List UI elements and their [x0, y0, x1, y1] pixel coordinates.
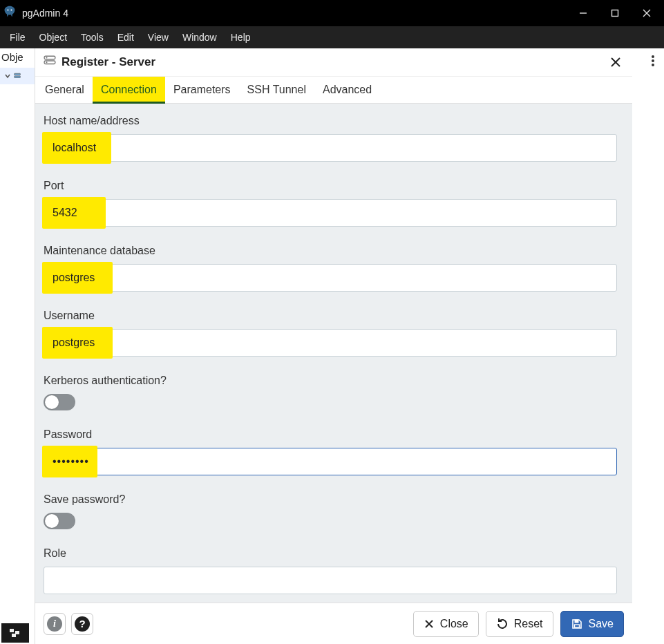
object-explorer-header: Obje — [0, 48, 35, 68]
dialog-footer: i ? Close Reset Save — [35, 603, 632, 644]
menubar: File Object Tools Edit View Window Help — [0, 26, 664, 48]
bottom-left-panel-toggle[interactable] — [1, 623, 29, 643]
svg-rect-19 — [575, 620, 578, 623]
dialog-close-button[interactable] — [607, 54, 624, 70]
overflow-menu-button[interactable] — [645, 53, 661, 69]
menu-edit[interactable]: Edit — [112, 29, 140, 46]
host-label: Host name/address — [44, 115, 617, 127]
server-icon — [44, 55, 56, 70]
window-title: pgAdmin 4 — [22, 8, 68, 19]
info-icon: i — [47, 616, 62, 632]
server-group-icon — [14, 70, 21, 82]
tab-ssh-tunnel[interactable]: SSH Tunnel — [239, 77, 314, 103]
help-icon: ? — [75, 616, 90, 632]
reset-button[interactable]: Reset — [486, 611, 553, 637]
svg-point-9 — [652, 59, 654, 62]
svg-rect-21 — [10, 629, 14, 632]
close-button-label: Close — [440, 618, 468, 630]
role-label: Role — [44, 547, 617, 560]
menu-tools[interactable]: Tools — [75, 29, 109, 46]
svg-rect-6 — [15, 73, 21, 75]
window-minimize-button[interactable] — [567, 0, 599, 26]
password-label: Password — [44, 428, 617, 441]
info-button[interactable]: i — [44, 613, 66, 635]
reset-button-label: Reset — [514, 618, 543, 630]
menu-help[interactable]: Help — [225, 29, 256, 46]
host-input-wrap — [44, 134, 617, 162]
svg-rect-3 — [612, 10, 618, 17]
app-icon — [3, 5, 17, 21]
window-titlebar: pgAdmin 4 — [0, 0, 664, 26]
object-tree-row-servers[interactable] — [0, 68, 35, 84]
username-input[interactable] — [44, 329, 617, 357]
password-input[interactable] — [44, 448, 617, 475]
maintenance-db-input[interactable] — [44, 264, 617, 292]
svg-rect-7 — [15, 76, 21, 78]
svg-point-0 — [7, 9, 8, 10]
svg-point-8 — [652, 55, 654, 58]
role-input[interactable] — [44, 567, 617, 594]
menu-object[interactable]: Object — [34, 29, 73, 46]
tab-general[interactable]: General — [37, 77, 93, 103]
save-button[interactable]: Save — [560, 611, 624, 637]
host-input[interactable] — [44, 134, 617, 162]
menu-window[interactable]: Window — [177, 29, 222, 46]
tab-parameters[interactable]: Parameters — [165, 77, 239, 103]
save-password-toggle[interactable] — [44, 513, 75, 529]
close-button[interactable]: Close — [413, 611, 479, 637]
dialog-tabs: General Connection Parameters SSH Tunnel… — [35, 77, 632, 104]
username-label: Username — [44, 310, 617, 322]
kerberos-toggle[interactable] — [44, 394, 75, 410]
svg-rect-23 — [12, 634, 16, 637]
port-label: Port — [44, 180, 617, 192]
save-password-label: Save password? — [44, 493, 617, 506]
tab-connection[interactable]: Connection — [93, 77, 165, 103]
maintenance-db-label: Maintenance database — [44, 245, 617, 257]
svg-point-14 — [46, 61, 47, 63]
svg-rect-20 — [574, 625, 579, 627]
window-close-button[interactable] — [631, 0, 663, 26]
svg-point-13 — [46, 57, 47, 58]
register-server-dialog: Register - Server General Connection Par… — [35, 48, 632, 644]
menu-view[interactable]: View — [142, 29, 174, 46]
window-maximize-button[interactable] — [599, 0, 631, 26]
help-button[interactable]: ? — [71, 613, 93, 635]
menu-file[interactable]: File — [4, 29, 31, 46]
kerberos-label: Kerberos authentication? — [44, 375, 617, 387]
save-button-label: Save — [589, 618, 614, 630]
svg-point-10 — [652, 64, 654, 66]
tab-advanced[interactable]: Advanced — [314, 77, 380, 103]
svg-point-1 — [10, 9, 12, 10]
port-input[interactable] — [44, 199, 617, 227]
dialog-title: Register - Server — [61, 55, 155, 69]
